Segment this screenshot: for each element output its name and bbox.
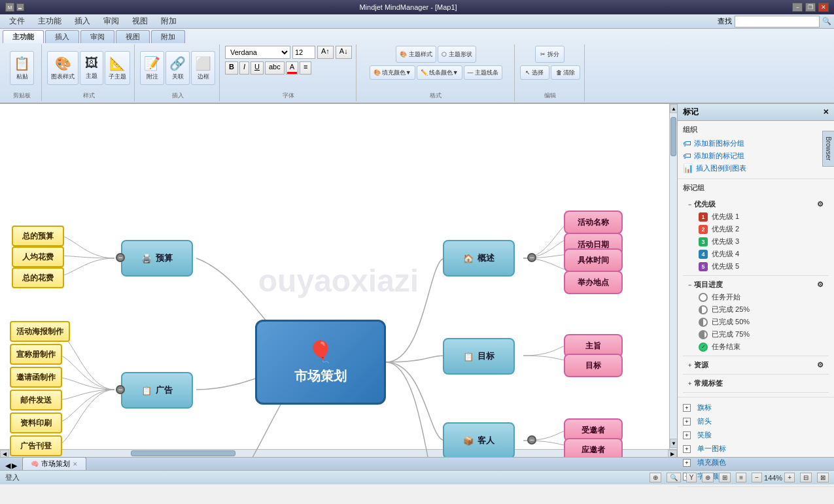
progress-item-50[interactable]: 已完成 50%: [696, 316, 824, 328]
btn-line-color[interactable]: ✏️线条颜色▼: [417, 65, 462, 80]
font-size-input[interactable]: [292, 46, 315, 59]
priority-item-3[interactable]: 3 优先级 3: [696, 235, 824, 248]
child-guest-2[interactable]: 应邀者: [564, 438, 623, 457]
cat-flags-expand[interactable]: +: [683, 404, 691, 412]
child-overview-1[interactable]: 活动名称: [564, 210, 623, 234]
progress-group-header[interactable]: − 项目进度 ⚙: [688, 278, 824, 291]
progress-item-100[interactable]: ✓ 任务结束: [696, 341, 824, 353]
menu-main[interactable]: 主功能: [31, 14, 68, 28]
resource-settings-icon[interactable]: ⚙: [817, 361, 824, 369]
restore-btn[interactable]: ❒: [805, 3, 816, 12]
status-btn-full[interactable]: ⊠: [817, 473, 829, 482]
child-budget-2[interactable]: 人均花费: [12, 246, 64, 267]
priority-item-5[interactable]: 5 优先级 5: [696, 260, 824, 273]
btn-border[interactable]: ⬜ 边框: [191, 51, 215, 85]
vertical-scrollbar[interactable]: ▼ ▲: [669, 104, 677, 457]
btn-font-larger[interactable]: A↑: [317, 46, 334, 59]
v-scroll-thumb[interactable]: [670, 117, 676, 156]
status-btn-3[interactable]: ⊕: [702, 473, 714, 482]
status-btn-fit[interactable]: ⊟: [800, 473, 812, 482]
status-btn-2[interactable]: 🔍: [667, 473, 681, 482]
browser-side-tab[interactable]: Browser: [822, 131, 834, 167]
progress-item-0[interactable]: 任务开始: [696, 291, 824, 303]
priority-group-header[interactable]: − 优先级 ⚙: [688, 198, 824, 210]
btn-fill-color[interactable]: 🎨填充颜色▼: [370, 65, 415, 80]
cat-smiles[interactable]: 笑脸: [695, 429, 714, 441]
child-budget-3[interactable]: 总的花费: [12, 267, 64, 288]
cat-single-expand[interactable]: +: [683, 445, 691, 453]
priority-item-2[interactable]: 2 优先级 2: [696, 223, 824, 235]
node-guest-minus[interactable]: −: [527, 435, 536, 445]
btn-sub-theme[interactable]: 📐 子主题: [105, 51, 130, 85]
btn-strikethrough[interactable]: abc: [265, 61, 285, 75]
v-scroll-up[interactable]: ▲: [670, 104, 677, 113]
cat-arrows-expand[interactable]: +: [683, 418, 691, 426]
node-target[interactable]: 📋 目标: [443, 338, 515, 375]
search-input[interactable]: [735, 16, 820, 27]
child-ad-6[interactable]: 广告刊登: [10, 435, 62, 456]
status-view-2[interactable]: ≡: [736, 473, 746, 482]
btn-bold[interactable]: B: [225, 61, 238, 75]
btn-note[interactable]: 📝 附注: [140, 51, 164, 85]
btn-italic[interactable]: I: [239, 61, 249, 75]
tab-main[interactable]: 主功能: [3, 30, 44, 43]
btn-topic-style[interactable]: 🎨主题样式: [396, 46, 436, 63]
btn-theme[interactable]: 🖼 主题: [80, 51, 103, 85]
node-overview[interactable]: 🏠 概述: [443, 240, 515, 277]
tab-next-btn[interactable]: ▶: [12, 462, 17, 470]
link-insert-legend[interactable]: 📊 插入图例到图表: [683, 162, 829, 175]
btn-align[interactable]: ≡: [300, 61, 311, 75]
btn-underline[interactable]: U: [251, 61, 264, 75]
tab-addon[interactable]: 附加: [151, 30, 185, 43]
panel-close-btn[interactable]: ✕: [823, 108, 829, 116]
btn-clear[interactable]: 🗑清除: [551, 65, 580, 80]
priority-item-1[interactable]: 1 优先级 1: [696, 210, 824, 223]
child-budget-1[interactable]: 总的预算: [12, 226, 64, 246]
child-ad-2[interactable]: 宣称册制作: [10, 344, 62, 365]
resource-group-header[interactable]: + 资源 ⚙: [688, 359, 824, 371]
node-ad[interactable]: 📋 广告: [121, 372, 193, 409]
cat-arrows[interactable]: 箭头: [695, 415, 714, 428]
menu-file[interactable]: 文件: [3, 14, 31, 28]
btn-topic-shape[interactable]: ⬡主题形状: [438, 46, 476, 63]
link-add-icon-group[interactable]: 🏷 添加新图标分组: [683, 137, 829, 150]
tab-view[interactable]: 视图: [116, 30, 150, 43]
status-login[interactable]: 登入: [5, 473, 20, 482]
menu-insert[interactable]: 插入: [68, 14, 97, 28]
menu-addon[interactable]: 附加: [154, 14, 183, 28]
cat-fill[interactable]: 填充颜色: [695, 456, 729, 469]
status-view-1[interactable]: ⊞: [719, 473, 731, 482]
priority-settings-icon[interactable]: ⚙: [817, 200, 824, 209]
tab-map[interactable]: 🧠 市场策划 ✕: [22, 457, 86, 470]
cat-smiles-expand[interactable]: +: [683, 431, 691, 439]
btn-paste[interactable]: 📋 粘贴: [10, 51, 34, 85]
menu-review[interactable]: 审阅: [97, 14, 126, 28]
tab-close-btn[interactable]: ✕: [73, 461, 78, 467]
regular-labels-header[interactable]: + 常规标签: [688, 377, 824, 390]
child-ad-3[interactable]: 邀请函制作: [10, 367, 62, 388]
node-budget[interactable]: 🖨️ 预算: [121, 240, 193, 277]
close-btn[interactable]: ✕: [818, 3, 829, 12]
h-scroll-thumb[interactable]: [131, 450, 235, 456]
tab-review[interactable]: 审阅: [80, 30, 114, 43]
child-overview-3[interactable]: 具体时间: [564, 248, 623, 272]
node-center[interactable]: 🎈 市场策划: [255, 320, 386, 405]
minimize-btn[interactable]: －: [792, 3, 803, 12]
menu-view[interactable]: 视图: [126, 14, 154, 28]
tab-insert[interactable]: 插入: [45, 30, 79, 43]
child-ad-1[interactable]: 活动海报制作: [10, 321, 70, 342]
btn-topic-line[interactable]: —主题线条: [464, 65, 502, 80]
font-family-select[interactable]: Verdana: [225, 46, 290, 59]
progress-item-25[interactable]: 已完成 25%: [696, 303, 824, 316]
zoom-out-btn[interactable]: −: [752, 473, 762, 482]
node-overview-minus[interactable]: −: [527, 253, 536, 262]
node-ad-minus[interactable]: −: [116, 385, 125, 394]
title-bar-ctrl[interactable]: 🗕: [16, 3, 24, 11]
progress-settings-icon[interactable]: ⚙: [817, 280, 824, 289]
node-budget-minus[interactable]: −: [116, 253, 125, 262]
tab-prev-btn[interactable]: ◀: [5, 462, 10, 470]
btn-select[interactable]: ↖选择: [520, 65, 549, 80]
cat-fill-expand[interactable]: +: [683, 459, 691, 467]
btn-chart-style[interactable]: 🎨 图表样式: [47, 51, 78, 85]
child-ad-5[interactable]: 资料印刷: [10, 412, 62, 433]
